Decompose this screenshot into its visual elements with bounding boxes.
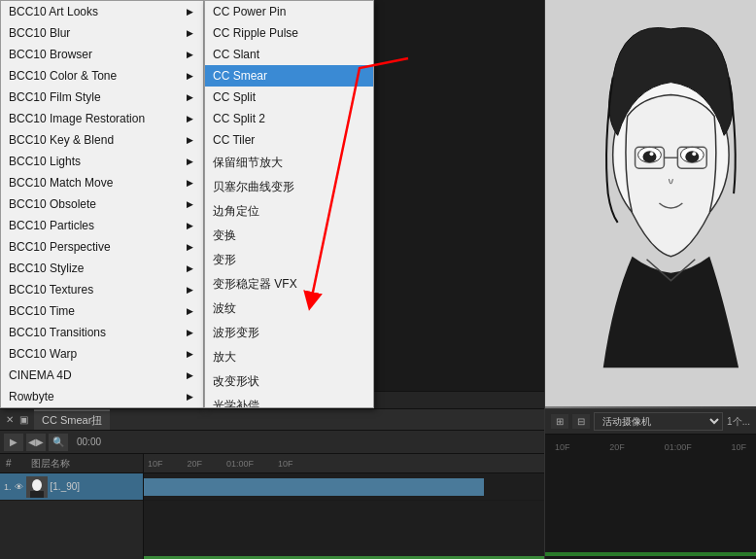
left-menu-item-6[interactable]: BCC10 Key & Blend▶ — [1, 129, 203, 151]
svg-point-6 — [685, 151, 699, 162]
layer-label-column: # 图层名称 1. 👁 [1._90] — [0, 454, 144, 559]
left-menu-item-16[interactable]: BCC10 Warp▶ — [1, 343, 203, 365]
svg-point-7 — [650, 152, 654, 156]
left-menu-item-13[interactable]: BCC10 Textures▶ — [1, 279, 203, 300]
left-menu-item-11[interactable]: BCC10 Perspective▶ — [1, 236, 203, 258]
left-menu-item-7[interactable]: BCC10 Lights▶ — [1, 151, 203, 172]
camera-dropdown[interactable]: 活动摄像机 — [594, 412, 723, 431]
left-menu-item-17[interactable]: CINEMA 4D▶ — [1, 365, 203, 386]
timeline-track-area[interactable]: 10F 20F 01:00F 10F — [144, 454, 544, 559]
hash-label: # — [6, 458, 12, 469]
anime-sketch-svg — [545, 0, 756, 406]
timeline-close-icon[interactable]: ✕ — [6, 414, 14, 425]
bottom-right-content: 10F 20F 01:00F 10F — [545, 435, 756, 559]
tool-btn-2[interactable]: ◀▶ — [26, 434, 46, 451]
left-menu-item-10[interactable]: BCC10 Particles▶ — [1, 215, 203, 236]
effects-menu-left: BCC10 Art Looks▶BCC10 Blur▶BCC10 Browser… — [0, 0, 204, 408]
timeline-marks: 10F 20F 01:00F 10F — [555, 442, 746, 462]
timeline-clip-bar[interactable] — [144, 478, 484, 496]
right-menu-item-0[interactable]: CC Power Pin — [205, 1, 373, 22]
timeline-tab[interactable]: CC Smear扭 — [34, 409, 110, 430]
timeline-bar-row-1 — [144, 473, 544, 501]
left-menu-item-4[interactable]: BCC10 Film Style▶ — [1, 87, 203, 108]
right-menu-item-8[interactable]: 贝塞尔曲线变形 — [205, 175, 373, 199]
preview-panel — [544, 0, 756, 408]
effects-menu-right: CC Power PinCC Ripple PulseCC SlantCC Sm… — [204, 0, 374, 408]
timeline-area: ✕ ▣ CC Smear扭 ▶ ◀▶ 🔍 00:00 # 图层名称 1. 👁 — [0, 408, 544, 559]
timeline-ruler: 10F 20F 01:00F 10F — [144, 454, 544, 473]
tool-btn-1[interactable]: ▶ — [4, 434, 23, 451]
right-menu-item-2[interactable]: CC Slant — [205, 44, 373, 65]
timeline-green-bar — [545, 552, 756, 556]
layer-visibility[interactable]: 👁 — [15, 482, 23, 492]
left-menu-item-0[interactable]: BCC10 Art Looks▶ — [1, 1, 203, 22]
timeline-columns: # 图层名称 1. 👁 [1._90] 10F 20F — [0, 454, 544, 559]
left-menu-item-19[interactable]: Synthetic Aperture▶ — [1, 407, 203, 408]
left-menu-item-5[interactable]: BCC10 Image Restoration▶ — [1, 108, 203, 129]
timeline-tools: ▶ ◀▶ 🔍 00:00 — [0, 431, 544, 454]
right-menu-item-4[interactable]: CC Split — [205, 87, 373, 108]
right-menu-item-5[interactable]: CC Split 2 — [205, 108, 373, 129]
layer-number: 1. — [4, 482, 12, 492]
right-menu-item-7[interactable]: 保留细节放大 — [205, 151, 373, 175]
svg-point-8 — [692, 152, 696, 156]
left-menu-item-2[interactable]: BCC10 Browser▶ — [1, 44, 203, 65]
right-menu-item-6[interactable]: CC Tiler — [205, 129, 373, 151]
left-menu-item-18[interactable]: Rowbyte▶ — [1, 386, 203, 407]
left-menu-item-1[interactable]: BCC10 Blur▶ — [1, 22, 203, 44]
left-menu-item-9[interactable]: BCC10 Obsolete▶ — [1, 193, 203, 215]
left-menu-item-12[interactable]: BCC10 Stylize▶ — [1, 258, 203, 279]
right-menu-item-17[interactable]: 光学补偿 — [205, 394, 373, 408]
right-menu-item-12[interactable]: 变形稳定器 VFX — [205, 272, 373, 297]
toolbar-icon-1[interactable]: ⊞ — [551, 414, 568, 429]
timeline-icon: ▣ — [19, 414, 28, 425]
svg-point-5 — [643, 151, 657, 162]
timecode: 00:00 — [77, 437, 101, 447]
preview-image — [545, 0, 756, 408]
right-menu-item-9[interactable]: 边角定位 — [205, 199, 373, 224]
layer-count: 1个... — [727, 415, 750, 429]
right-menu-item-10[interactable]: 变换 — [205, 224, 373, 248]
timeline-header: ✕ ▣ CC Smear扭 — [0, 409, 544, 431]
right-menu-item-15[interactable]: 放大 — [205, 345, 373, 369]
right-menu-item-13[interactable]: 波纹 — [205, 297, 373, 321]
layer-thumbnail — [26, 476, 48, 498]
bottom-right-panel: ⊞ ⊟ 活动摄像机 1个... 10F 20F 01:00F 10F — [544, 408, 756, 559]
toolbar-icon-2[interactable]: ⊟ — [572, 414, 590, 429]
bottom-right-toolbar: ⊞ ⊟ 活动摄像机 1个... — [545, 409, 756, 435]
left-menu-item-8[interactable]: BCC10 Match Move▶ — [1, 172, 203, 193]
layer-column-header: # 图层名称 — [0, 454, 143, 473]
left-menu-item-15[interactable]: BCC10 Transitions▶ — [1, 322, 203, 343]
layer-file-name: [1._90] — [51, 481, 81, 492]
right-menu-item-3[interactable]: CC Smear — [205, 65, 373, 87]
left-menu-item-14[interactable]: BCC10 Time▶ — [1, 300, 203, 322]
right-menu-item-16[interactable]: 改变形状 — [205, 369, 373, 394]
svg-point-13 — [32, 479, 42, 491]
right-menu-item-11[interactable]: 变形 — [205, 248, 373, 272]
right-menu-item-14[interactable]: 波形变形 — [205, 321, 373, 345]
layer-row-1[interactable]: 1. 👁 [1._90] — [0, 473, 143, 501]
svg-rect-14 — [30, 491, 44, 498]
tool-search[interactable]: 🔍 — [49, 434, 68, 451]
layer-name-col-header: 图层名称 — [31, 457, 70, 471]
left-menu-item-3[interactable]: BCC10 Color & Tone▶ — [1, 65, 203, 87]
right-menu-item-1[interactable]: CC Ripple Pulse — [205, 22, 373, 44]
